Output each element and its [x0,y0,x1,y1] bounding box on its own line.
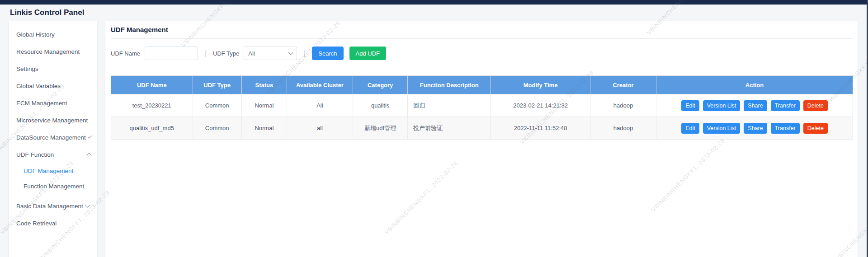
sidebar-item-label: DataSource Management [16,134,86,141]
top-bar [0,0,868,5]
chevron-up-icon [86,153,91,158]
cell-available-cluster: all [287,117,353,140]
filter-bar: UDF Name UDF Type All Search Add UDF [111,47,853,60]
share-button[interactable]: Share [744,123,767,134]
search-button[interactable]: Search [312,47,343,60]
column-header-action: Action [656,76,853,94]
sidebar-item-label: Resource Management [16,48,80,55]
sidebar-item-resource-management[interactable]: Resource Management [9,43,97,60]
sidebar-item-udf-management[interactable]: UDF Management [9,163,97,178]
chevron-down-icon [85,202,90,207]
sidebar-item-label: UDF Management [24,168,73,174]
cell-status: Normal [241,117,287,140]
cell-available-cluster: All [287,94,353,117]
chevron-down-icon [288,50,293,55]
table-row: qualitis_udf_md5 Common Normal all 新增udf… [111,117,853,140]
share-button[interactable]: Share [744,100,767,111]
table-header-row: UDF Name UDF Type Status Available Clust… [111,76,853,94]
transfer-button[interactable]: Transfer [771,123,800,134]
udf-type-selected-value: All [248,50,255,57]
edit-button[interactable]: Edit [681,123,699,134]
content-panel: UDF Management UDF Name UDF Type All Sea… [105,21,858,257]
cell-category: 新增udf管理 [353,117,407,140]
column-header-status: Status [241,76,287,94]
sidebar-item-label: UDF Function [16,151,54,158]
table-row: test_20230221 Common Normal All qualitis… [111,94,853,117]
sidebar-item-global-variables[interactable]: Global Variables [9,77,97,94]
udf-type-select[interactable]: All [244,47,297,60]
sidebar-item-udf-function[interactable]: UDF Function [9,146,97,163]
delete-button[interactable]: Delete [803,100,828,111]
version-list-button[interactable]: Version List [703,123,741,134]
sidebar-item-microservice-management[interactable]: Microservice Management [9,112,97,129]
sidebar-item-label: Microservice Management [16,117,88,124]
udf-function-submenu: UDF Management Function Management [9,163,97,194]
sidebar-item-code-retrieval[interactable]: Code Retrieval [9,215,97,232]
sidebar-item-global-history[interactable]: Global History [9,26,97,43]
sidebar-item-settings[interactable]: Settings [9,60,97,77]
cell-modify-time: 2023-02-21 14:21:32 [491,94,590,117]
sidebar-item-label: Global History [16,31,55,38]
udf-type-label: UDF Type [213,50,239,57]
version-list-button[interactable]: Version List [703,100,741,111]
cell-category: qualitis [353,94,407,117]
column-header-creator: Creator [590,76,656,94]
cell-udf-name: test_20230221 [111,94,193,117]
sidebar-item-label: ECM Management [16,100,67,107]
chevron-down-icon [88,134,92,138]
udf-table: UDF Name UDF Type Status Available Clust… [111,75,853,140]
cell-modify-time: 2022-11-11 11:52:48 [491,117,590,140]
sidebar-item-label: Basic Data Management [16,203,83,210]
column-header-available-cluster: Available Cluster [287,76,353,94]
udf-name-input[interactable] [145,47,198,60]
cell-udf-type: Common [193,94,241,117]
cell-udf-name: qualitis_udf_md5 [111,117,193,140]
cell-actions: Edit Version List Share Transfer Delete [656,117,853,140]
column-header-function-description: Function Description [408,76,491,94]
transfer-button[interactable]: Transfer [771,100,800,111]
cell-function-description: 回归 [408,94,491,117]
sidebar: Global History Resource Management Setti… [9,21,97,257]
vertical-divider [304,50,305,57]
page-title: UDF Management [111,25,853,35]
add-udf-button[interactable]: Add UDF [349,47,386,60]
cell-status: Normal [241,94,287,117]
column-header-category: Category [353,76,407,94]
cell-udf-type: Common [193,117,241,140]
cell-creator: hadoop [590,94,656,117]
sidebar-item-label: Function Management [24,183,84,190]
title-divider [111,38,853,39]
sidebar-item-basic-data-management[interactable]: Basic Data Management [9,197,97,215]
udf-name-label: UDF Name [111,50,140,57]
edit-button[interactable]: Edit [681,100,699,111]
delete-button[interactable]: Delete [803,123,828,134]
cell-function-description: 投产前验证 [408,117,491,140]
cell-creator: hadoop [590,117,656,140]
sidebar-item-datasource-management[interactable]: DataSource Management [9,129,97,146]
column-header-udf-type: UDF Type [193,76,241,94]
sidebar-item-label: Global Variables [16,83,61,89]
sidebar-item-label: Code Retrieval [16,220,57,227]
sidebar-item-label: Settings [16,65,38,72]
cell-actions: Edit Version List Share Transfer Delete [656,94,853,117]
column-header-udf-name: UDF Name [111,76,193,94]
column-header-modify-time: Modify Time [491,76,590,94]
vertical-divider [205,50,206,57]
app-title: Linkis Control Panel [10,8,84,17]
sidebar-item-ecm-management[interactable]: ECM Management [9,94,97,112]
sidebar-item-function-management[interactable]: Function Management [9,178,97,194]
